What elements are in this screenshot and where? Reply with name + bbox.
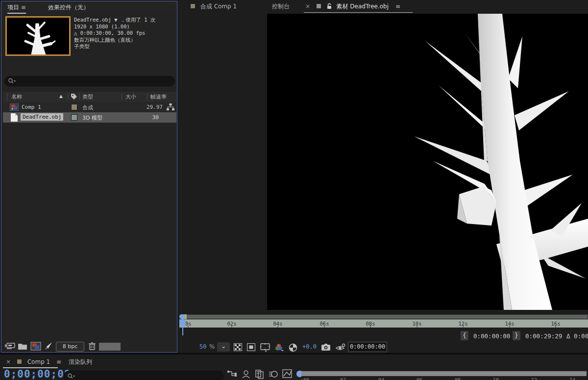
trash-icon[interactable] — [88, 342, 96, 351]
active-tab-underline — [304, 12, 413, 13]
table-row-deadtree[interactable]: DeadTree.obj 3D 模型 30 — [3, 112, 176, 123]
zoom-dropdown-button[interactable]: ⌄ — [217, 342, 230, 352]
close-icon[interactable]: × — [6, 358, 11, 365]
tab-project-label: 项目 — [7, 4, 19, 11]
footage-info-dimensions: 1920 x 1080 (1.00) — [74, 24, 177, 30]
tab-footage-label: 素材 DeadTree.obj — [337, 3, 389, 10]
graph-editor-icon[interactable] — [282, 369, 292, 379]
channels-icon[interactable] — [275, 343, 285, 352]
footage-label-swatch — [316, 3, 321, 9]
out-point-button[interactable]: } — [513, 331, 520, 340]
zoom-level[interactable]: 50 — [199, 343, 206, 350]
tab-timeline-comp[interactable]: × Comp 1 ≡ — [6, 356, 61, 367]
new-composition-icon[interactable] — [30, 342, 41, 351]
chevron-down-icon: ⌄ — [221, 343, 226, 350]
current-timecode-value: 0;00;00;00 — [4, 368, 71, 380]
bit-depth-label: 8 bpc — [63, 343, 78, 350]
label-column-icon[interactable] — [71, 94, 77, 100]
row-fps: 29.97 — [144, 104, 163, 110]
tab-project[interactable]: 项目 ≡ — [7, 1, 26, 14]
out-point-time: 0:00:29:29 — [525, 332, 562, 340]
in-point-button[interactable]: { — [461, 331, 468, 340]
mini-ruler-tick: 06 — [416, 378, 422, 380]
project-search-input[interactable] — [4, 76, 175, 86]
tab-console[interactable]: 控制台 — [272, 0, 290, 13]
exposure-reset-icon[interactable] — [289, 343, 297, 352]
panel-menu-icon[interactable]: ≡ — [21, 4, 26, 11]
composition-mini-flowchart-icon[interactable] — [227, 369, 237, 379]
mini-ruler-tick: 08 — [455, 378, 461, 380]
brush-icon[interactable] — [44, 342, 53, 351]
sort-ascending-icon[interactable]: ▲ — [59, 94, 63, 99]
mini-ruler-tick: 12 — [531, 378, 537, 380]
tab-effect-controls[interactable]: 效果控件（无） — [48, 1, 89, 14]
viewer-menu-icon[interactable]: ≡ — [395, 3, 400, 10]
mini-timeline-scrollbar[interactable] — [301, 371, 587, 376]
motion-blur-icon[interactable] — [269, 369, 278, 379]
viewer-time-ruler[interactable]: 0s 02s 04s 06s 08s 10s 12s 14s 16s — [179, 319, 588, 328]
footage-info: DeadTree.obj ▼ ，使用了 1 次 1920 x 1080 (1.0… — [74, 17, 177, 50]
bit-depth-button[interactable]: 8 bpc — [56, 342, 84, 352]
table-row-comp1[interactable]: Comp 1 合成 29.97 — [3, 102, 176, 112]
timeline-panel: × Comp 1 ≡ 渲染队列 0;00;00;00 — [0, 355, 588, 380]
timeline-menu-icon[interactable]: ≡ — [56, 358, 61, 365]
column-fps[interactable]: 帧速率 — [150, 93, 167, 101]
column-name[interactable]: 名称 — [11, 93, 22, 101]
tab-composition-label: 合成 Comp 1 — [200, 3, 237, 10]
row-name-selected[interactable]: DeadTree.obj — [21, 113, 63, 121]
tab-composition[interactable]: 合成 Comp 1 — [190, 0, 237, 13]
project-panel-tabbar: 项目 ≡ 效果控件（无） — [1, 1, 177, 14]
project-panel-footer: 8 bpc — [2, 342, 176, 353]
row-type: 合成 — [82, 104, 93, 111]
out-brace-icon: } — [514, 331, 518, 339]
timeline-label-swatch — [17, 359, 22, 364]
viewer-navigator-strip[interactable] — [179, 314, 588, 319]
footage-info-duration: △ 0:00:30:00, 30.00 fps — [74, 30, 177, 37]
footer-placeholder — [99, 343, 121, 351]
navigator-scrollbar[interactable] — [187, 315, 588, 319]
tab-render-queue-label: 渲染队列 — [69, 358, 92, 365]
transparency-grid-icon[interactable] — [234, 343, 242, 351]
footage-thumbnail[interactable] — [5, 16, 71, 56]
current-timecode[interactable]: 0;00;00;00 — [4, 368, 71, 380]
mini-ruler-tick: 04 — [378, 378, 384, 380]
duration-delta: Δ 0:00:3 — [566, 332, 588, 340]
interpret-footage-icon[interactable] — [5, 342, 16, 351]
footage-info-subtype: 子类型 — [74, 43, 177, 50]
new-folder-icon[interactable] — [18, 342, 27, 351]
mini-ruler-tick: 02 — [340, 378, 346, 380]
show-snapshot-eye-icon[interactable] — [336, 343, 345, 352]
safe-margins-icon[interactable] — [260, 343, 271, 352]
preview-time-display[interactable]: 0:00:00:00 — [348, 342, 387, 352]
row-name[interactable]: Comp 1 — [22, 104, 41, 110]
row-type: 3D 模型 — [82, 114, 102, 122]
close-icon[interactable]: × — [305, 3, 310, 10]
shy-icon[interactable] — [241, 369, 251, 379]
file-icon — [11, 113, 18, 122]
snapshot-camera-icon[interactable] — [321, 343, 331, 351]
navigator-handle-icon[interactable] — [179, 314, 185, 319]
column-size[interactable]: 大小 — [125, 93, 136, 101]
region-of-interest-icon[interactable] — [247, 343, 255, 351]
footage-viewport[interactable] — [267, 14, 588, 310]
tab-effect-controls-label: 效果控件（无） — [48, 4, 89, 11]
column-type[interactable]: 类型 — [82, 93, 93, 101]
lock-open-icon[interactable] — [326, 3, 332, 9]
label-swatch[interactable] — [71, 104, 77, 110]
tab-footage[interactable]: × 素材 DeadTree.obj ≡ — [305, 0, 400, 13]
comp-label-swatch — [190, 3, 196, 9]
thumbnail-tree-image — [7, 18, 69, 54]
search-icon — [67, 373, 75, 380]
flowchart-icon[interactable] — [167, 103, 174, 111]
frame-blend-icon[interactable] — [255, 369, 265, 379]
project-panel: 项目 ≡ 效果控件（无） — [1, 1, 177, 353]
tab-render-queue[interactable]: 渲染队列 — [69, 356, 92, 367]
label-swatch[interactable] — [71, 114, 77, 121]
row-fps: 30 — [144, 114, 159, 121]
playhead-line — [182, 319, 183, 335]
after-effects-window: 项目 ≡ 效果控件（无） — [0, 0, 588, 380]
mini-playhead-icon[interactable] — [296, 371, 301, 377]
preview-time-value: 0:00:00:00 — [350, 343, 385, 350]
timeline-search-input[interactable] — [64, 371, 223, 380]
exposure-value[interactable]: +0.0 — [302, 343, 317, 350]
